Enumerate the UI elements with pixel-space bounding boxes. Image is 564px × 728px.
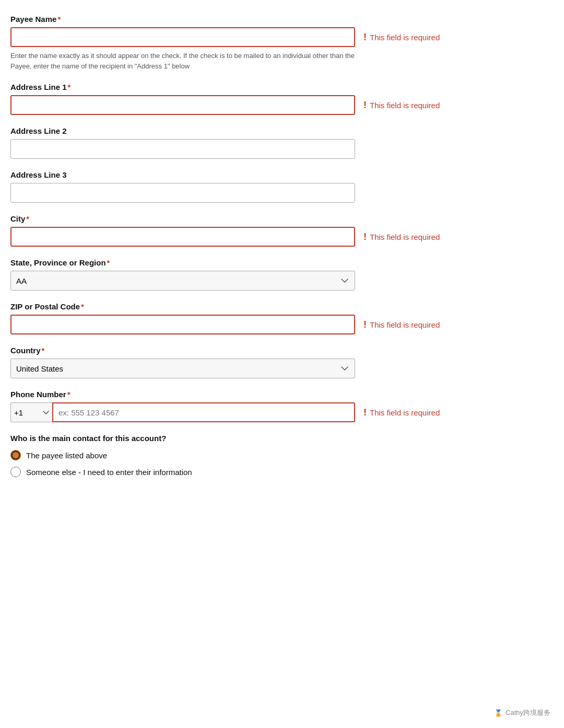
zip-input[interactable] <box>10 315 355 334</box>
state-label: State, Province or Region* <box>10 258 554 267</box>
payee-name-row: ! This field is required <box>10 27 554 47</box>
phone-error: ! This field is required <box>363 407 478 418</box>
address-line2-label: Address Line 2 <box>10 126 554 135</box>
address-line1-label-text: Address Line 1 <box>10 83 67 91</box>
address-line2-input[interactable] <box>10 139 355 159</box>
payee-name-required-star: * <box>57 15 61 24</box>
address-line3-section: Address Line 3 <box>10 170 554 203</box>
zip-section: ZIP or Postal Code* ! This field is requ… <box>10 302 554 334</box>
payee-name-hint: Enter the name exactly as it should appe… <box>10 51 355 71</box>
phone-required-star: * <box>67 390 70 399</box>
city-required-star: * <box>26 214 29 223</box>
country-select[interactable]: United States Canada United Kingdom Aust… <box>10 359 355 378</box>
address-line3-row <box>10 183 554 203</box>
state-select[interactable]: AA AE AP AL AK AZ CA CO FL GA NY TX <box>10 271 355 291</box>
zip-error-bang: ! <box>363 319 367 330</box>
zip-error-text: This field is required <box>370 320 440 329</box>
radio-option-payee: The payee listed above <box>10 450 554 460</box>
main-contact-question: Who is the main contact for this account… <box>10 434 554 443</box>
payee-name-label-text: Payee Name <box>10 15 56 24</box>
phone-section: Phone Number* +1 +44 +61 +81 +86 ! This … <box>10 390 554 422</box>
radio-payee[interactable] <box>10 450 21 460</box>
phone-input-group: +1 +44 +61 +81 +86 <box>10 402 355 422</box>
zip-row: ! This field is required <box>10 315 554 334</box>
phone-number-input[interactable] <box>52 402 355 422</box>
city-input[interactable] <box>10 227 355 247</box>
city-label: City* <box>10 214 554 223</box>
phone-error-bang: ! <box>363 407 367 418</box>
phone-field-row: +1 +44 +61 +81 +86 ! This field is requi… <box>10 402 554 422</box>
address-line1-required-star: * <box>68 83 71 91</box>
payee-name-error: ! This field is required <box>363 32 478 43</box>
address-line1-label: Address Line 1* <box>10 83 554 91</box>
address-line1-row: ! This field is required <box>10 95 554 115</box>
address-line1-input[interactable] <box>10 95 355 115</box>
phone-label: Phone Number* <box>10 390 554 399</box>
address-line1-error-bang: ! <box>363 100 367 111</box>
country-label: Country* <box>10 346 554 355</box>
zip-error: ! This field is required <box>363 319 478 330</box>
payee-name-label: Payee Name* <box>10 15 554 24</box>
phone-label-text: Phone Number <box>10 390 66 399</box>
country-section: Country* United States Canada United Kin… <box>10 346 554 378</box>
country-row: United States Canada United Kingdom Aust… <box>10 359 554 378</box>
payee-name-error-bang: ! <box>363 32 367 43</box>
radio-option-someone-else: Someone else - I need to enter their inf… <box>10 467 554 477</box>
phone-error-text: This field is required <box>370 408 440 417</box>
address-line3-label: Address Line 3 <box>10 170 554 179</box>
zip-label-text: ZIP or Postal Code <box>10 302 80 311</box>
radio-payee-label: The payee listed above <box>26 451 107 460</box>
payee-name-section: Payee Name* ! This field is required Ent… <box>10 15 554 71</box>
city-error: ! This field is required <box>363 232 478 242</box>
radio-someone-else[interactable] <box>10 467 21 477</box>
radio-someone-else-label: Someone else - I need to enter their inf… <box>26 468 192 477</box>
main-contact-section: Who is the main contact for this account… <box>10 434 554 477</box>
state-row: AA AE AP AL AK AZ CA CO FL GA NY TX <box>10 271 554 291</box>
city-error-bang: ! <box>363 232 367 242</box>
address-line2-row <box>10 139 554 159</box>
country-required-star: * <box>42 346 45 355</box>
address-line3-input[interactable] <box>10 183 355 203</box>
phone-prefix-select[interactable]: +1 +44 +61 +81 +86 <box>10 402 52 422</box>
city-label-text: City <box>10 214 25 223</box>
zip-required-star: * <box>81 302 84 311</box>
zip-label: ZIP or Postal Code* <box>10 302 554 311</box>
city-row: ! This field is required <box>10 227 554 247</box>
state-required-star: * <box>107 258 110 267</box>
payee-name-error-text: This field is required <box>370 33 440 42</box>
country-label-text: Country <box>10 346 41 355</box>
state-section: State, Province or Region* AA AE AP AL A… <box>10 258 554 291</box>
payee-name-input[interactable] <box>10 27 355 47</box>
city-section: City* ! This field is required <box>10 214 554 247</box>
address-line1-error: ! This field is required <box>363 100 478 111</box>
address-line2-section: Address Line 2 <box>10 126 554 159</box>
address-line1-error-text: This field is required <box>370 101 440 110</box>
state-label-text: State, Province or Region <box>10 258 106 267</box>
city-error-text: This field is required <box>370 233 440 241</box>
address-line1-section: Address Line 1* ! This field is required <box>10 83 554 115</box>
